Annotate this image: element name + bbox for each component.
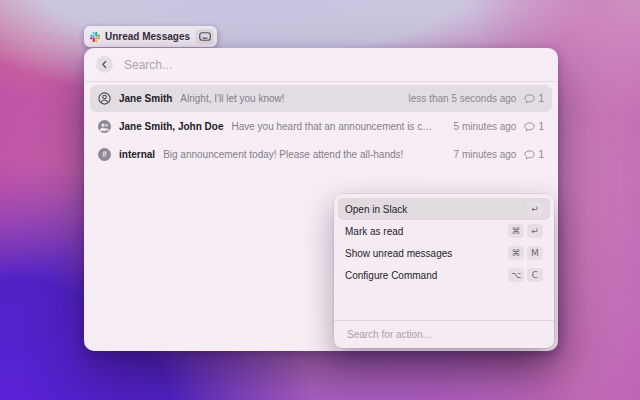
message-preview: Big announcement today! Please attend th… <box>163 149 403 160</box>
reply-count-value: 1 <box>538 93 544 104</box>
person-circle-icon <box>98 92 111 105</box>
shortcut-keys: ⌥ C <box>508 268 543 282</box>
m-key: M <box>527 246 543 260</box>
action-item-open-in-slack[interactable]: Open in Slack ↵ <box>338 198 550 220</box>
action-panel: Open in Slack ↵ Mark as read ⌘ ↵ Show un… <box>334 194 554 348</box>
chevron-left-icon <box>100 60 109 69</box>
shortcut-keys: ⌘ M <box>508 246 543 260</box>
message-list: Jane Smith Alright, I'll let you know! l… <box>84 82 558 168</box>
reply-count: 1 <box>524 93 544 104</box>
message-time: less than 5 seconds ago <box>409 93 517 104</box>
message-sender: internal <box>119 149 155 160</box>
message-sender: Jane Smith, John Doe <box>119 121 223 132</box>
message-row[interactable]: Jane Smith Alright, I'll let you know! l… <box>90 85 552 112</box>
shortcut-keys: ↵ <box>527 202 543 216</box>
command-pill[interactable]: Unread Messages <box>84 26 217 47</box>
search-bar <box>84 48 558 82</box>
action-item-configure-command[interactable]: Configure Command ⌥ C <box>338 264 550 286</box>
command-pill-label: Unread Messages <box>105 31 190 42</box>
action-label: Mark as read <box>345 226 403 237</box>
action-search-input[interactable] <box>345 328 543 341</box>
return-key: ↵ <box>527 202 543 216</box>
command-key: ⌘ <box>508 224 524 238</box>
action-label: Show unread messages <box>345 248 452 259</box>
action-label: Open in Slack <box>345 204 407 215</box>
message-preview: Alright, I'll let you know! <box>180 93 284 104</box>
desktop-wallpaper: Unread Messages <box>0 0 640 400</box>
message-row[interactable]: # internal Big announcement today! Pleas… <box>90 141 552 168</box>
reply-count-value: 1 <box>538 121 544 132</box>
action-panel-items: Open in Slack ↵ Mark as read ⌘ ↵ Show un… <box>334 194 554 290</box>
message-time: 5 minutes ago <box>454 121 517 132</box>
command-key: ⌘ <box>508 246 524 260</box>
keyboard-icon <box>195 29 214 44</box>
reply-count: 1 <box>524 121 544 132</box>
action-label: Configure Command <box>345 270 437 281</box>
group-circle-icon <box>98 120 111 133</box>
reply-count: 1 <box>524 149 544 160</box>
message-sender: Jane Smith <box>119 93 172 104</box>
action-item-show-unread-messages[interactable]: Show unread messages ⌘ M <box>338 242 550 264</box>
search-input[interactable] <box>122 57 546 73</box>
message-time: 7 minutes ago <box>454 149 517 160</box>
action-item-mark-as-read[interactable]: Mark as read ⌘ ↵ <box>338 220 550 242</box>
shortcut-keys: ⌘ ↵ <box>508 224 543 238</box>
c-key: C <box>527 268 543 282</box>
chat-bubble-icon <box>524 121 535 132</box>
message-preview: Have you heard that an announcement is c… <box>231 121 437 132</box>
return-key: ↵ <box>527 224 543 238</box>
option-key: ⌥ <box>508 268 524 282</box>
slack-icon <box>90 32 100 42</box>
chat-bubble-icon <box>524 93 535 104</box>
action-panel-footer <box>334 320 554 348</box>
raycast-window: Jane Smith Alright, I'll let you know! l… <box>84 48 558 351</box>
chat-bubble-icon <box>524 149 535 160</box>
back-button[interactable] <box>96 56 113 73</box>
reply-count-value: 1 <box>538 149 544 160</box>
message-row[interactable]: Jane Smith, John Doe Have you heard that… <box>90 113 552 140</box>
hash-circle-icon: # <box>98 148 111 161</box>
